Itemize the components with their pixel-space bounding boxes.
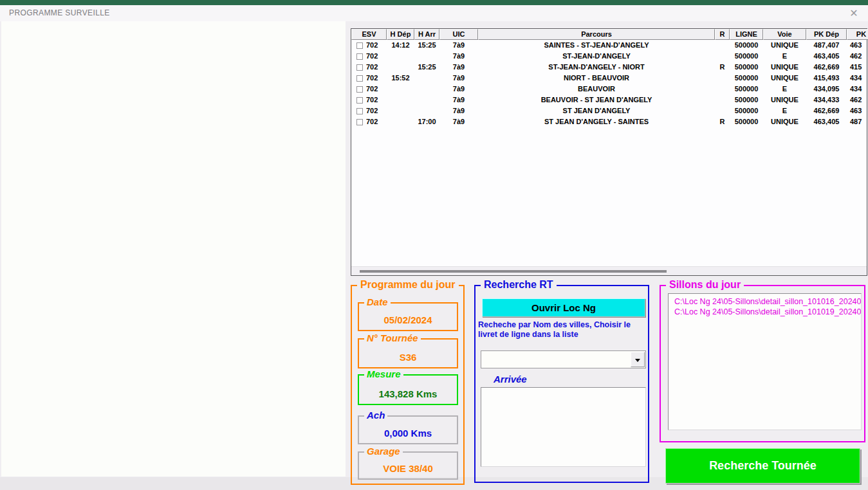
cell-ligne: 500000	[730, 51, 763, 62]
grid-body: 70214:1215:257à9SAINTES - ST-JEAN-D'ANGE…	[351, 40, 867, 266]
table-row[interactable]: 70215:527à9NIORT - BEAUVOIR500000UNIQUE4…	[351, 73, 867, 84]
cell-uic: 7à9	[439, 95, 478, 105]
cell-esv: 702	[351, 95, 387, 105]
table-row[interactable]: 70215:257à9ST-JEAN-D'ANGELY - NIORTR5000…	[351, 62, 867, 73]
cell-pk_dep: 434,433	[806, 95, 847, 105]
cell-voie: E	[763, 51, 806, 62]
grid-column-header-r[interactable]: R	[715, 29, 730, 40]
row-checkbox[interactable]	[356, 97, 363, 104]
trips-grid[interactable]: ESVH DépH ArrUICParcoursRLIGNEVoiePK Dép…	[351, 28, 867, 276]
garage-groupbox: GarageVOIE 38/40	[358, 451, 458, 480]
row-checkbox[interactable]	[356, 119, 363, 125]
grid-header-row: ESVH DépH ArrUICParcoursRLIGNEVoiePK Dép…	[351, 29, 867, 40]
cell-pk: 434	[847, 73, 867, 84]
grid-column-header-h_arr[interactable]: H Arr	[414, 29, 439, 40]
cell-h_arr	[414, 95, 439, 105]
arrivee-listbox[interactable]	[481, 387, 646, 467]
esv-number: 702	[366, 95, 378, 105]
grid-column-header-esv[interactable]: ESV	[351, 29, 387, 40]
grid-column-header-h_dep[interactable]: H Dép	[387, 29, 414, 40]
cell-esv: 702	[351, 51, 387, 62]
cell-r	[715, 84, 730, 95]
cell-esv: 702	[351, 84, 387, 95]
grid-column-header-uic[interactable]: UIC	[439, 29, 478, 40]
sillon-file-item[interactable]: C:\Loc Ng 24\05-Sillons\detail_sillon_10…	[669, 307, 861, 317]
cell-h_dep: 15:52	[387, 73, 414, 84]
table-row[interactable]: 7027à9ST-JEAN-D'ANGELY500000E463,405462	[351, 51, 867, 62]
cell-parcours: ST-JEAN-D'ANGELY - NIORT	[478, 62, 715, 73]
cell-pk: 463	[847, 40, 867, 51]
cell-r	[715, 105, 730, 116]
cell-pk: 463	[847, 105, 867, 116]
cell-ligne: 500000	[730, 40, 763, 51]
date-label: Date	[364, 296, 391, 307]
row-checkbox[interactable]	[356, 42, 363, 49]
cell-uic: 7à9	[439, 84, 478, 95]
table-row[interactable]: 7027à9BEAUVOIR - ST JEAN D'ANGELY500000U…	[351, 95, 867, 105]
grid-column-header-ligne[interactable]: LIGNE	[730, 29, 763, 40]
grid-column-header-pk_dep[interactable]: PK Dép	[806, 29, 847, 40]
ach-groupbox: Ach0,000 Kms	[358, 415, 458, 444]
recherche-tournee-button[interactable]: Recherche Tournée	[665, 448, 860, 484]
cell-ligne: 500000	[730, 105, 763, 116]
row-checkbox[interactable]	[356, 75, 363, 82]
ach-label: Ach	[364, 410, 387, 421]
cell-pk: 462	[847, 95, 867, 105]
mesure-groupbox: Mesure143,828 Kms	[358, 374, 458, 405]
cell-parcours: ST-JEAN-D'ANGELY	[478, 51, 715, 62]
esv-number: 702	[366, 116, 378, 127]
cell-parcours: BEAUVOIR - ST JEAN D'ANGELY	[478, 95, 715, 105]
grid-horizontal-scrollbar[interactable]	[351, 266, 867, 275]
grid-scrollbar-thumb[interactable]	[360, 270, 667, 273]
close-icon[interactable]: ✕	[846, 6, 862, 21]
cell-pk: 415	[847, 62, 867, 73]
cell-ligne: 500000	[730, 95, 763, 105]
row-checkbox[interactable]	[356, 53, 363, 60]
ouvrir-loc-ng-button[interactable]: Ouvrir Loc Ng	[482, 298, 645, 317]
cell-pk_dep: 463,405	[806, 51, 847, 62]
cell-voie: E	[763, 105, 806, 116]
ligne-combobox[interactable]	[481, 350, 646, 368]
grid-column-header-voie[interactable]: Voie	[763, 29, 806, 40]
cell-h_arr	[414, 73, 439, 84]
cell-h_dep	[387, 62, 414, 73]
row-checkbox[interactable]	[356, 108, 363, 114]
cell-pk_dep: 462,669	[806, 105, 847, 116]
recherche-hint-text: Recheche par Nom des villes, Choisir le …	[478, 320, 649, 340]
esv-number: 702	[366, 62, 378, 73]
recherche-rt-frame: Recherche RT Ouvrir Loc Ng Recheche par …	[474, 285, 649, 483]
cell-voie: UNIQUE	[763, 73, 806, 84]
cell-uic: 7à9	[439, 73, 478, 84]
cell-uic: 7à9	[439, 62, 478, 73]
table-row[interactable]: 7027à9ST JEAN D'ANGELY500000E462,669463	[351, 105, 867, 116]
cell-esv: 702	[351, 116, 387, 127]
grid-column-header-parcours[interactable]: Parcours	[478, 29, 715, 40]
cell-uic: 7à9	[439, 116, 478, 127]
sillon-file-item[interactable]: C:\Loc Ng 24\05-Sillons\detail_sillon_10…	[669, 296, 861, 307]
sillons-listbox[interactable]: C:\Loc Ng 24\05-Sillons\detail_sillon_10…	[668, 293, 862, 430]
row-checkbox[interactable]	[356, 64, 363, 71]
window-body: ESVH DépH ArrUICParcoursRLIGNEVoiePK Dép…	[0, 21, 868, 477]
cell-h_dep	[387, 84, 414, 95]
cell-voie: UNIQUE	[763, 95, 806, 105]
blank-canvas-panel	[1, 21, 346, 476]
cell-r	[715, 51, 730, 62]
table-row[interactable]: 70217:007à9ST JEAN D'ANGELY - SAINTESR50…	[351, 116, 867, 127]
table-row[interactable]: 70214:1215:257à9SAINTES - ST-JEAN-D'ANGE…	[351, 40, 867, 51]
table-row[interactable]: 7027à9BEAUVOIR500000E434,095434	[351, 84, 867, 95]
tournee-value: S36	[359, 352, 457, 363]
cell-voie: UNIQUE	[763, 62, 806, 73]
row-checkbox[interactable]	[356, 86, 363, 93]
cell-r	[715, 95, 730, 105]
mesure-value: 143,828 Kms	[359, 388, 457, 399]
cell-h_arr	[414, 84, 439, 95]
cell-r: R	[715, 116, 730, 127]
garage-label: Garage	[364, 446, 403, 457]
cell-ligne: 500000	[730, 84, 763, 95]
cell-h_dep	[387, 51, 414, 62]
cell-pk_dep: 434,095	[806, 84, 847, 95]
grid-column-header-pk[interactable]: PK	[847, 29, 868, 40]
cell-r	[715, 40, 730, 51]
chevron-down-icon[interactable]	[631, 352, 645, 367]
esv-number: 702	[366, 51, 378, 62]
